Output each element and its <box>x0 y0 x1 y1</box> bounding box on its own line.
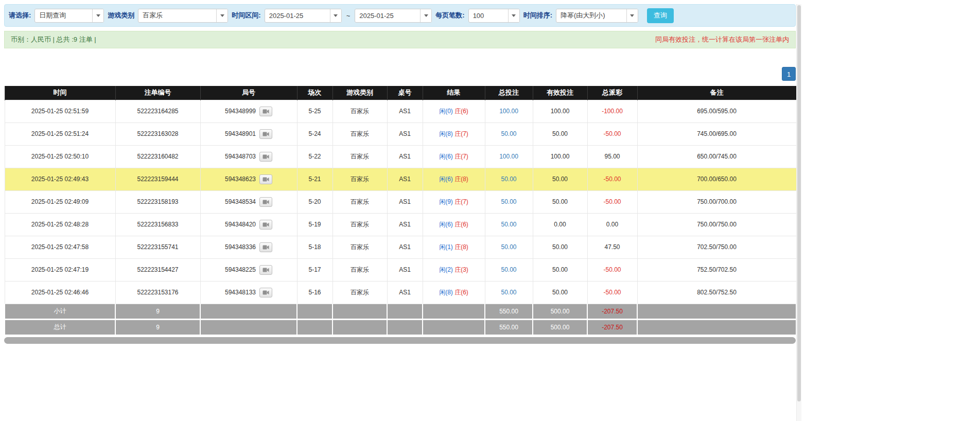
video-replay-icon[interactable] <box>259 242 272 252</box>
video-replay-icon[interactable] <box>259 220 272 230</box>
time-cell: 2025-01-25 02:51:59 <box>5 100 115 122</box>
round-id-cell: 594348703 <box>200 145 297 168</box>
table-no-cell: AS1 <box>387 122 423 145</box>
page-size-label: 每页笔数: <box>435 11 464 20</box>
page-size-select[interactable]: 100 <box>468 9 520 23</box>
session-cell: 5-19 <box>297 213 332 236</box>
total-cell <box>387 319 423 335</box>
video-replay-icon[interactable] <box>259 129 272 139</box>
chevron-down-icon[interactable] <box>216 9 227 22</box>
round-id-text: 594348901 <box>225 130 256 137</box>
total-bet-link[interactable]: 100.00 <box>499 108 518 115</box>
total-bet-cell: 50.00 <box>485 190 533 213</box>
result-cell: 闲(6) 庄(8) <box>423 168 485 190</box>
subtotal-cell: 9 <box>115 304 200 319</box>
payout-cell: -100.00 <box>587 100 637 122</box>
session-cell: 5-25 <box>297 100 332 122</box>
notice-text: 同局有效投注，统一计算在该局第一张注单内 <box>655 35 789 44</box>
valid-bet-cell: 50.00 <box>533 168 587 190</box>
column-header: 场次 <box>297 86 332 100</box>
note-cell: 700.00/650.00 <box>637 168 796 190</box>
currency-total-text: 币别：人民币 | 总共 :9 注单 | <box>11 35 96 44</box>
payout-cell: -50.00 <box>587 281 637 304</box>
bet-id-cell: 522223154427 <box>115 258 200 281</box>
total-bet-cell: 50.00 <box>485 168 533 190</box>
vertical-scrollbar-thumb[interactable] <box>797 5 801 401</box>
subtotal-cell: 550.00 <box>485 304 533 319</box>
page-size-value: 100 <box>469 9 508 22</box>
column-header: 总投注 <box>485 86 533 100</box>
result-cell: 闲(8) 庄(7) <box>423 122 485 145</box>
result-banker: 庄(6) <box>454 108 468 115</box>
total-cell <box>637 319 796 335</box>
total-bet-link[interactable]: 50.00 <box>501 221 516 228</box>
total-bet-link[interactable]: 50.00 <box>501 130 516 137</box>
chevron-down-icon[interactable] <box>92 9 103 22</box>
total-bet-link[interactable]: 50.00 <box>501 266 516 273</box>
chevron-down-icon[interactable] <box>626 9 638 22</box>
page: 请选择: 日期查询 游戏类别 百家乐 时间区间: 2025-01-25 ~ 20… <box>0 4 801 421</box>
session-cell: 5-17 <box>297 258 332 281</box>
column-header: 总派彩 <box>587 86 637 100</box>
round-id-cell: 594348534 <box>200 190 297 213</box>
column-header: 注单编号 <box>115 86 200 100</box>
game-type-cell: 百家乐 <box>332 258 387 281</box>
result-cell: 闲(8) 庄(6) <box>423 281 485 304</box>
valid-bet-cell: 100.00 <box>533 145 587 168</box>
table-row: 2025-01-25 02:47:19522223154427594348225… <box>5 258 796 281</box>
video-replay-icon[interactable] <box>259 288 272 297</box>
bet-id-cell: 522223156833 <box>115 213 200 236</box>
search-button[interactable]: 查询 <box>647 8 674 23</box>
round-id-text: 594348420 <box>225 220 256 227</box>
round-id-cell: 594348999 <box>200 100 297 122</box>
total-bet-link[interactable]: 100.00 <box>499 153 518 160</box>
video-replay-icon[interactable] <box>259 107 272 116</box>
round-id-text: 594348999 <box>225 107 256 114</box>
total-bet-link[interactable]: 50.00 <box>501 243 516 251</box>
chevron-down-icon[interactable] <box>330 9 341 22</box>
note-cell: 695.00/595.00 <box>637 100 796 122</box>
date-from-value: 2025-01-25 <box>265 9 330 22</box>
result-player: 闲(8) <box>439 289 453 296</box>
game-type-select[interactable]: 百家乐 <box>138 9 228 23</box>
result-cell: 闲(6) 庄(7) <box>423 145 485 168</box>
total-bet-cell: 100.00 <box>485 145 533 168</box>
session-cell: 5-21 <box>297 168 332 190</box>
subtotal-cell: 小计 <box>5 304 115 319</box>
total-bet-cell: 50.00 <box>485 236 533 258</box>
sort-label: 时间排序: <box>523 11 552 20</box>
valid-bet-cell: 50.00 <box>533 236 587 258</box>
query-type-select[interactable]: 日期查询 <box>34 9 104 23</box>
horizontal-scrollbar[interactable] <box>4 337 796 344</box>
bet-id-cell: 522223164285 <box>115 100 200 122</box>
valid-bet-cell: 50.00 <box>533 258 587 281</box>
subtotal-cell <box>332 304 387 319</box>
payout-cell: 0.00 <box>587 213 637 236</box>
session-cell: 5-24 <box>297 122 332 145</box>
valid-bet-cell: 100.00 <box>533 100 587 122</box>
chevron-down-icon[interactable] <box>420 9 431 22</box>
vertical-scrollbar-track[interactable] <box>796 4 801 421</box>
date-from-input[interactable]: 2025-01-25 <box>265 9 342 23</box>
chevron-down-icon[interactable] <box>508 9 519 22</box>
session-cell: 5-22 <box>297 145 332 168</box>
total-bet-link[interactable]: 50.00 <box>501 176 516 183</box>
total-bet-cell: 50.00 <box>485 258 533 281</box>
page-1-button[interactable]: 1 <box>782 67 796 81</box>
total-bet-link[interactable]: 50.00 <box>501 289 516 296</box>
video-replay-icon[interactable] <box>259 265 272 275</box>
total-bet-link[interactable]: 50.00 <box>501 198 516 205</box>
subtotal-cell <box>387 304 423 319</box>
result-banker: 庄(7) <box>454 198 468 205</box>
time-cell: 2025-01-25 02:48:28 <box>5 213 115 236</box>
bet-id-cell: 522223160482 <box>115 145 200 168</box>
date-to-input[interactable]: 2025-01-25 <box>355 9 432 23</box>
video-replay-icon[interactable] <box>259 197 272 207</box>
result-cell: 闲(9) 庄(7) <box>423 190 485 213</box>
round-id-cell: 594348225 <box>200 258 297 281</box>
video-replay-icon[interactable] <box>259 174 272 184</box>
valid-bet-cell: 0.00 <box>533 213 587 236</box>
time-range-label: 时间区间: <box>232 11 260 20</box>
sort-select[interactable]: 降幂(由大到小) <box>556 9 638 23</box>
video-replay-icon[interactable] <box>259 152 272 162</box>
